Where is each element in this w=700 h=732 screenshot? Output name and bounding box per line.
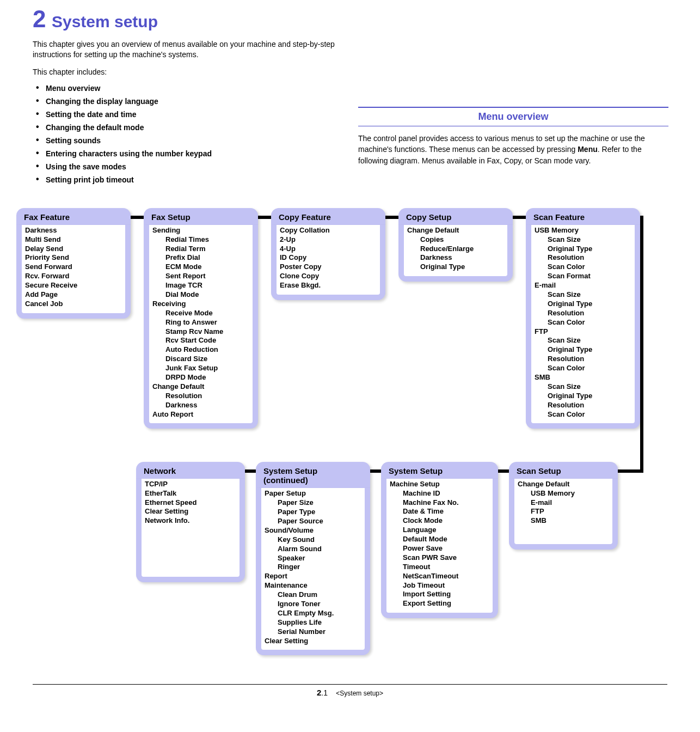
menu-item: Darkness <box>25 226 122 235</box>
menu-item: Priority Send <box>25 253 122 263</box>
menu-box-title-line2: (continued) <box>263 475 308 485</box>
menu-subitem: Serial Number <box>278 627 361 637</box>
toc-item[interactable]: Changing the display language <box>34 95 667 108</box>
menu-item: Sending <box>152 226 249 235</box>
menu-subitem: Ring to Answer <box>165 318 249 327</box>
menu-box-scan-setup: Scan Setup Change Default USB Memory E-m… <box>509 462 618 550</box>
menu-box-system-setup-continued: System Setup (continued) Paper Setup Pap… <box>256 462 370 656</box>
menu-box-body: Machine Setup Machine ID Machine Fax No.… <box>381 479 498 618</box>
menu-subitem: Scan Size <box>548 290 631 300</box>
menu-item: Add Page <box>25 290 122 300</box>
menu-subitem: Paper Source <box>278 517 361 526</box>
menu-subitem: Rcv Start Code <box>165 336 249 345</box>
menu-box-body: Change Default Copies Reduce/Enlarge Dar… <box>398 225 513 282</box>
menu-item: Auto Report <box>152 410 249 419</box>
footer-page-title: <System setup> <box>336 690 383 697</box>
intro-paragraph: This chapter gives you an overview of me… <box>33 39 337 60</box>
menu-subitem: Auto Reduction <box>165 345 249 355</box>
menu-subitem: Redial Times <box>165 235 249 245</box>
menu-subitem: SMB <box>531 516 609 526</box>
menu-subitem: Darkness <box>165 401 249 410</box>
overview-body: The control panel provides access to var… <box>358 133 668 166</box>
menu-subitem: Stamp Rcv Name <box>165 327 249 337</box>
menu-subitem: Clean Drum <box>278 590 361 600</box>
chapter-heading: 2 System setup <box>33 5 667 33</box>
menu-subitem: Alarm Sound <box>278 545 361 554</box>
menu-subitem: Image TCR <box>165 281 249 290</box>
menu-box-body: Darkness Multi Send Delay Send Priority … <box>16 225 131 319</box>
menu-box-fax-feature: Fax Feature Darkness Multi Send Delay Se… <box>16 208 131 319</box>
menu-subitem: Date & Time <box>403 507 489 516</box>
menu-item: Paper Setup <box>265 489 361 498</box>
menu-item: Change Default <box>518 480 609 489</box>
menu-item: Copy Collation <box>280 226 377 235</box>
menu-subitem: Junk Fax Setup <box>165 364 249 373</box>
menu-subitem: Job Timeout <box>403 581 489 590</box>
menu-subitem: USB Memory <box>531 489 609 498</box>
menu-box-body: TCP/IP EtherTalk Ethernet Speed Clear Se… <box>136 479 245 582</box>
menu-item: Clone Copy <box>280 272 377 281</box>
menu-box-title: Fax Setup <box>144 208 258 225</box>
menu-box-body: Copy Collation 2-Up 4-Up ID Copy Poster … <box>271 225 385 300</box>
menu-subitem: Receive Mode <box>165 309 249 318</box>
menu-subitem: CLR Empty Msg. <box>278 609 361 618</box>
menu-item: Erase Bkgd. <box>280 281 377 290</box>
chapter-number: 2 <box>33 5 46 33</box>
menu-item: Change Default <box>407 226 504 235</box>
menu-item: Change Default <box>152 382 249 392</box>
toc-item[interactable]: Menu overview <box>34 82 667 95</box>
menu-item: Cancel Job <box>25 300 122 309</box>
menu-subitem: Sent Report <box>165 272 249 281</box>
menu-item: Machine Setup <box>390 480 489 489</box>
menu-item: SMB <box>535 373 631 382</box>
menu-item: 2-Up <box>280 235 377 245</box>
includes-label: This chapter includes: <box>33 68 667 76</box>
menu-subitem: Dial Mode <box>165 290 249 300</box>
menu-box-system-setup: System Setup Machine Setup Machine ID Ma… <box>381 462 498 618</box>
menu-item: Rcv. Forward <box>25 272 122 281</box>
menu-item: USB Memory <box>535 226 631 235</box>
menu-item: Delay Send <box>25 245 122 254</box>
menu-box-copy-feature: Copy Feature Copy Collation 2-Up 4-Up ID… <box>271 208 385 300</box>
menu-subitem: DRPD Mode <box>165 373 249 382</box>
menu-box-fax-setup: Fax Setup Sending Redial Times Redial Te… <box>144 208 258 429</box>
menu-box-title: Network <box>136 462 245 479</box>
menu-diagram: Fax Feature Darkness Multi Send Delay Se… <box>33 208 667 682</box>
menu-subitem: Scan Color <box>548 410 631 419</box>
menu-subitem: Scan Size <box>548 382 631 392</box>
menu-item: Secure Receive <box>25 281 122 290</box>
menu-box-copy-setup: Copy Setup Change Default Copies Reduce/… <box>398 208 513 282</box>
menu-box-title: Copy Setup <box>398 208 513 225</box>
menu-subitem: Darkness <box>420 253 504 263</box>
overview-body-bold: Menu <box>578 145 598 154</box>
menu-item: Clear Setting <box>145 507 236 516</box>
menu-item: Maintenance <box>265 581 361 590</box>
menu-subitem: Import Setting <box>403 590 489 599</box>
menu-subitem: Discard Size <box>165 355 249 364</box>
menu-subitem: Paper Type <box>278 508 361 517</box>
menu-subitem: Scan Color <box>548 364 631 373</box>
menu-box-body: Change Default USB Memory E-mail FTP SMB <box>509 479 618 550</box>
menu-box-body: Paper Setup Paper Size Paper Type Paper … <box>256 488 370 655</box>
menu-subitem: Scan Size <box>548 235 631 245</box>
menu-box-title-line1: System Setup <box>263 466 317 475</box>
menu-subitem: Machine ID <box>403 489 489 498</box>
menu-item: ID Copy <box>280 253 377 263</box>
chapter-title: System setup <box>52 13 158 31</box>
menu-subitem: Reduce/Enlarge <box>420 245 504 254</box>
menu-box-title: Scan Feature <box>526 208 640 225</box>
menu-subitem: Original Type <box>548 392 631 401</box>
menu-subitem: Resolution <box>548 355 631 364</box>
menu-subitem: Original Type <box>548 245 631 254</box>
menu-subitem: Prefix Dial <box>165 253 249 263</box>
menu-box-title: Copy Feature <box>271 208 385 225</box>
menu-subitem: Ignore Toner <box>278 600 361 609</box>
menu-box-body: Sending Redial Times Redial Term Prefix … <box>144 225 258 429</box>
menu-item: Ethernet Speed <box>145 498 236 508</box>
menu-subitem: Scan Size <box>548 336 631 345</box>
menu-item: EtherTalk <box>145 489 236 498</box>
toc-item[interactable]: Setting print job timeout <box>34 173 667 186</box>
menu-subitem: Redial Term <box>165 245 249 254</box>
menu-subitem: Original Type <box>420 263 504 272</box>
menu-item: Multi Send <box>25 235 122 245</box>
